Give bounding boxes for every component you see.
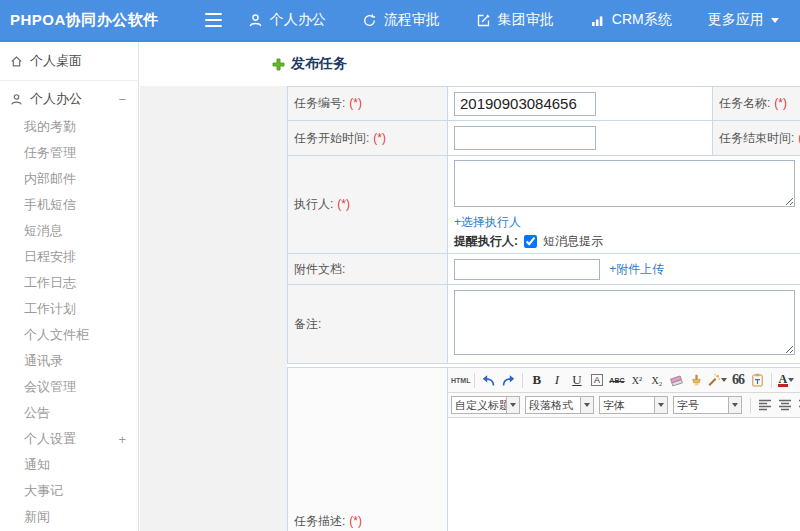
sidebar-item-label: 工作计划 <box>24 300 76 318</box>
end-time-label: 任务结束时间:(*) <box>713 121 800 156</box>
font-size-select[interactable]: 字号 <box>673 396 742 414</box>
paste-word-button[interactable] <box>748 371 767 390</box>
table-row: 任务描述:(*) HTMLBIUAABCX²X₂66A 自定义标题段落格式字体字… <box>288 368 800 531</box>
sidebar-item-label: 通讯录 <box>24 352 63 370</box>
attachment-upload-link[interactable]: +附件上传 <box>609 261 664 278</box>
sidebar-item-memorabilia[interactable]: 大事记 <box>0 478 138 504</box>
expand-icon[interactable]: + <box>118 432 126 447</box>
executor-label: 执行人:(*) <box>288 156 448 254</box>
executor-textarea[interactable] <box>454 160 795 207</box>
align-left-icon <box>758 399 772 411</box>
redo-icon <box>501 374 516 387</box>
sidebar-item-task-management[interactable]: 任务管理 <box>0 140 138 166</box>
toolbar-separator <box>750 398 751 413</box>
undo-button[interactable] <box>479 371 498 390</box>
select-value: 字号 <box>673 396 729 414</box>
sms-remind-checkbox[interactable] <box>524 235 537 248</box>
eraser-icon <box>669 374 684 387</box>
superscript-button[interactable]: X² <box>627 371 646 390</box>
nav-item-crm-system[interactable]: CRM系统 <box>590 11 672 29</box>
sidebar-item-announcement[interactable]: 公告 <box>0 400 138 426</box>
sidebar-item-personal-desktop[interactable]: 个人桌面 <box>0 46 138 76</box>
subscript-button[interactable]: X₂ <box>647 371 666 390</box>
paragraph-format-select-arrow[interactable] <box>581 396 594 414</box>
strikethrough-button[interactable]: ABC <box>607 371 626 390</box>
nav-item-workflow-approval[interactable]: 流程审批 <box>362 11 440 29</box>
custom-title-select[interactable]: 自定义标题 <box>451 396 520 414</box>
sidebar-item-contacts[interactable]: 通讯录 <box>0 348 138 374</box>
nav-item-personal-office[interactable]: 个人办公 <box>248 11 326 29</box>
italic-button[interactable]: I <box>547 371 566 390</box>
executor-cell: +选择执行人 提醒执行人: 短消息提示 <box>448 156 800 254</box>
editor-canvas[interactable] <box>448 418 800 531</box>
sidebar-item-label: 短消息 <box>24 222 63 240</box>
bold-button[interactable]: B <box>527 371 546 390</box>
sidebar-item-short-message[interactable]: 短消息 <box>0 218 138 244</box>
nav-item-group-approval[interactable]: 集团审批 <box>476 11 554 29</box>
blockquote-button-label: 66 <box>732 372 744 388</box>
sidebar-item-my-attendance[interactable]: 我的考勤 <box>0 114 138 140</box>
font-border-button[interactable]: A <box>587 371 606 390</box>
collapse-icon[interactable]: − <box>118 92 126 107</box>
select-value: 自定义标题 <box>451 396 507 414</box>
toolbar-separator <box>474 373 475 388</box>
sidebar-item-personal-office[interactable]: 个人办公− <box>0 84 138 114</box>
nav-item-more-apps[interactable]: 更多应用 <box>708 11 779 29</box>
sidebar-item-work-plan[interactable]: 工作计划 <box>0 296 138 322</box>
user-icon <box>10 93 23 106</box>
sidebar-item-news[interactable]: 新闻 <box>0 504 138 530</box>
sidebar-item-label: 个人设置 <box>24 430 76 448</box>
strikethrough-button-label: ABC <box>609 377 624 384</box>
sidebar-item-internal-mail[interactable]: 内部邮件 <box>0 166 138 192</box>
format-brush-button[interactable] <box>687 371 706 390</box>
app-title: PHPOA协同办公软件 <box>10 11 159 30</box>
sidebar-item-label: 手机短信 <box>24 196 76 214</box>
remark-textarea[interactable] <box>454 290 795 355</box>
html-source-button[interactable]: HTML <box>451 371 470 390</box>
align-center-button[interactable] <box>775 396 794 415</box>
font-size-select-arrow[interactable] <box>729 396 742 414</box>
underline-button[interactable]: U <box>567 371 586 390</box>
undo-icon <box>481 374 496 387</box>
sidebar-item-personal-file-cabinet[interactable]: 个人文件柜 <box>0 322 138 348</box>
paragraph-format-select[interactable]: 段落格式 <box>525 396 594 414</box>
table-row: 备注: <box>288 285 800 364</box>
choose-executor-link[interactable]: +选择执行人 <box>454 214 521 231</box>
table-row: 附件文档: +附件上传 <box>288 254 800 285</box>
sidebar-item-schedule[interactable]: 日程安排 <box>0 244 138 270</box>
blockquote-button[interactable]: 66 <box>728 371 747 390</box>
attachment-input[interactable] <box>454 259 600 280</box>
table-row: 执行人:(*) +选择执行人 提醒执行人: 短消息提示 <box>288 156 800 254</box>
sidebar-item-notice[interactable]: 通知 <box>0 452 138 478</box>
sidebar-item-meeting-management[interactable]: 会议管理 <box>0 374 138 400</box>
task-number-input[interactable] <box>454 92 596 116</box>
custom-title-select-arrow[interactable] <box>507 396 520 414</box>
align-left-button[interactable] <box>755 396 774 415</box>
select-value: 字体 <box>599 396 655 414</box>
sidebar-divider <box>0 80 138 81</box>
caret-down-icon <box>771 18 779 27</box>
topbar: PHPOA协同办公软件 个人办公流程审批集团审批CRM系统更多应用 <box>0 0 800 42</box>
sidebar-item-personal-settings[interactable]: 个人设置+ <box>0 426 138 452</box>
redo-button[interactable] <box>499 371 518 390</box>
menu-toggle-icon[interactable] <box>205 13 222 27</box>
sidebar-item-work-log[interactable]: 工作日志 <box>0 270 138 296</box>
font-color-button[interactable]: A <box>776 371 795 390</box>
toolbar-separator <box>522 373 523 388</box>
start-time-cell <box>448 121 713 156</box>
align-right-button[interactable] <box>795 396 800 415</box>
sidebar-item-label: 新闻 <box>24 508 50 526</box>
auto-typeset-button[interactable] <box>707 371 727 390</box>
sidebar-item-label: 个人文件柜 <box>24 326 89 344</box>
sidebar-item-label: 大事记 <box>24 482 63 500</box>
italic-button-label: I <box>555 372 559 388</box>
task-description-table: 任务描述:(*) HTMLBIUAABCX²X₂66A 自定义标题段落格式字体字… <box>287 367 800 531</box>
description-label: 任务描述:(*) <box>288 368 448 531</box>
sidebar-item-mobile-sms[interactable]: 手机短信 <box>0 192 138 218</box>
font-family-select[interactable]: 字体 <box>599 396 668 414</box>
nav-item-label: CRM系统 <box>612 11 672 29</box>
font-family-select-arrow[interactable] <box>655 396 668 414</box>
task-number-label: 任务编号:(*) <box>288 87 448 121</box>
eraser-button[interactable] <box>667 371 686 390</box>
start-time-input[interactable] <box>454 126 596 150</box>
